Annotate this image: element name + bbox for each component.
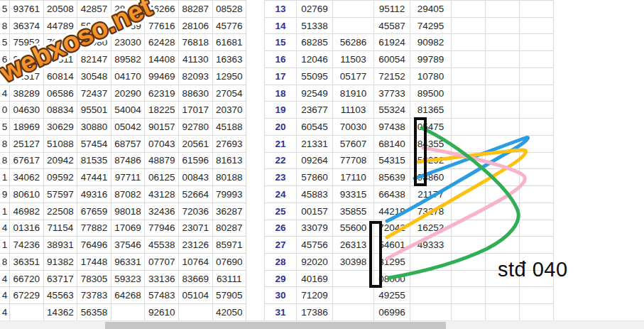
number-cell[interactable]: 25127 — [10, 136, 44, 153]
number-cell[interactable] — [486, 304, 520, 321]
number-cell[interactable] — [520, 119, 554, 136]
number-cell[interactable] — [333, 18, 374, 35]
number-cell[interactable]: 89500 — [410, 85, 452, 102]
row-number-cell[interactable]: 17 — [265, 68, 297, 85]
row-number-cell[interactable]: 16 — [265, 51, 297, 68]
number-cell[interactable]: 85639 — [374, 169, 410, 186]
number-cell[interactable] — [520, 287, 554, 304]
number-cell[interactable]: 67229 — [10, 287, 44, 304]
number-cell[interactable]: 30880 — [77, 119, 111, 136]
number-cell[interactable]: 23677 — [297, 102, 333, 119]
number-cell[interactable]: 07043 — [145, 136, 179, 153]
number-cell[interactable]: 99469 — [145, 68, 179, 85]
number-cell[interactable]: 81910 — [333, 85, 374, 102]
number-cell[interactable]: 59323 — [111, 271, 146, 288]
number-cell[interactable]: 23030 — [111, 34, 146, 51]
number-cell[interactable]: 92020 — [297, 254, 333, 271]
number-cell[interactable]: 88287 — [179, 1, 213, 18]
number-cell[interactable]: 45563 — [44, 287, 78, 304]
number-cell[interactable]: 18969 — [10, 119, 44, 136]
number-cell[interactable]: 52664 — [179, 186, 213, 203]
number-cell[interactable]: 78305 — [77, 271, 111, 288]
number-cell[interactable]: 05177 — [333, 68, 374, 85]
number-cell[interactable]: 48879 — [145, 153, 179, 170]
number-cell[interactable]: 07690 — [213, 254, 247, 271]
number-cell[interactable]: 17386 — [297, 304, 333, 321]
number-cell[interactable] — [520, 102, 554, 119]
number-cell[interactable]: 57860 — [297, 169, 333, 186]
number-cell[interactable] — [486, 153, 520, 170]
number-cell[interactable]: 71209 — [297, 287, 333, 304]
number-cell[interactable]: 56358 — [77, 304, 111, 321]
row-number-cell[interactable]: 24 — [265, 186, 297, 203]
number-cell[interactable]: 35855 — [333, 203, 374, 220]
number-cell[interactable]: 54315 — [374, 153, 410, 170]
number-cell[interactable]: 41130 — [179, 51, 213, 68]
number-cell[interactable]: 47441 — [77, 169, 111, 186]
number-cell[interactable]: 77616 — [145, 18, 179, 35]
number-cell[interactable]: 36351 — [10, 254, 44, 271]
number-cell[interactable] — [452, 287, 486, 304]
number-cell[interactable]: 77882 — [77, 220, 111, 237]
number-cell[interactable] — [333, 287, 374, 304]
number-cell[interactable]: 4 — [0, 287, 10, 304]
row-number-cell[interactable]: 13 — [265, 1, 297, 18]
number-cell[interactable]: 66438 — [374, 186, 410, 203]
number-cell[interactable] — [452, 186, 486, 203]
number-cell[interactable]: 4 — [0, 271, 10, 288]
number-cell[interactable] — [486, 186, 520, 203]
number-cell[interactable] — [333, 271, 374, 288]
number-cell[interactable]: 06996 — [374, 304, 410, 321]
number-cell[interactable]: 16363 — [213, 51, 247, 68]
number-cell[interactable]: 24511 — [44, 51, 78, 68]
number-cell[interactable]: 20290 — [111, 85, 146, 102]
number-cell[interactable]: 51088 — [44, 136, 78, 153]
number-cell[interactable] — [333, 304, 374, 321]
number-cell[interactable]: 66720 — [10, 271, 44, 288]
number-cell[interactable] — [520, 153, 554, 170]
number-cell[interactable]: 57597 — [44, 186, 78, 203]
number-cell[interactable] — [410, 271, 452, 288]
number-cell[interactable]: 80287 — [213, 220, 247, 237]
number-cell[interactable]: 0 — [0, 102, 10, 119]
number-cell[interactable]: 82147 — [77, 51, 111, 68]
number-cell[interactable]: 08528 — [213, 1, 247, 18]
number-cell[interactable]: 11503 — [333, 51, 374, 68]
number-cell[interactable]: 14362 — [44, 304, 78, 321]
number-cell[interactable] — [452, 220, 486, 237]
number-cell[interactable]: 6 — [0, 51, 10, 68]
number-cell[interactable]: 8 — [0, 254, 10, 271]
number-cell[interactable] — [452, 102, 486, 119]
number-cell[interactable]: 73278 — [410, 203, 452, 220]
number-cell[interactable]: 70030 — [333, 119, 374, 136]
number-cell[interactable]: 07707 — [145, 254, 179, 271]
number-cell[interactable]: 14408 — [145, 51, 179, 68]
number-cell[interactable]: 74295 — [410, 18, 452, 35]
number-cell[interactable]: 62319 — [145, 85, 179, 102]
number-cell[interactable]: 55095 — [297, 68, 333, 85]
number-cell[interactable] — [452, 1, 486, 18]
number-cell[interactable]: 17448 — [77, 254, 111, 271]
number-cell[interactable] — [520, 186, 554, 203]
row-number-cell[interactable]: 20 — [265, 119, 297, 136]
number-cell[interactable]: 08834 — [44, 102, 78, 119]
number-cell[interactable]: 04630 — [10, 102, 44, 119]
number-cell[interactable]: 89582 — [111, 51, 146, 68]
number-cell[interactable]: 55324 — [374, 102, 410, 119]
number-cell[interactable]: 21177 — [410, 186, 452, 203]
number-cell[interactable]: 06125 — [145, 169, 179, 186]
number-cell[interactable]: 20561 — [179, 136, 213, 153]
row-number-cell[interactable]: 25 — [265, 203, 297, 220]
row-number-cell[interactable]: 28 — [265, 254, 297, 271]
number-cell[interactable]: 1 — [0, 237, 10, 254]
number-cell[interactable]: 40169 — [297, 271, 333, 288]
row-number-cell[interactable]: 21 — [265, 136, 297, 153]
number-cell[interactable]: 81535 — [77, 153, 111, 170]
number-cell[interactable]: 82093 — [179, 68, 213, 85]
number-cell[interactable] — [410, 304, 452, 321]
number-cell[interactable] — [452, 85, 486, 102]
number-cell[interactable]: 79993 — [213, 186, 247, 203]
number-cell[interactable]: 71154 — [44, 220, 78, 237]
number-cell[interactable]: 59544 — [77, 18, 111, 35]
number-cell[interactable] — [452, 237, 486, 254]
